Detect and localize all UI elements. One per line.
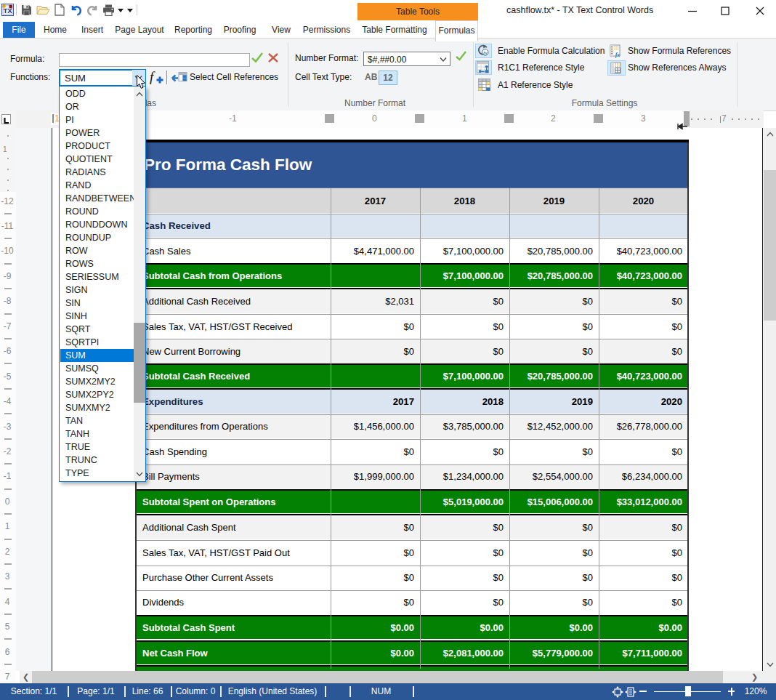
svg-text:fx: fx <box>483 50 488 56</box>
svg-text:TX: TX <box>3 7 12 15</box>
svg-text:fx: fx <box>615 52 621 58</box>
